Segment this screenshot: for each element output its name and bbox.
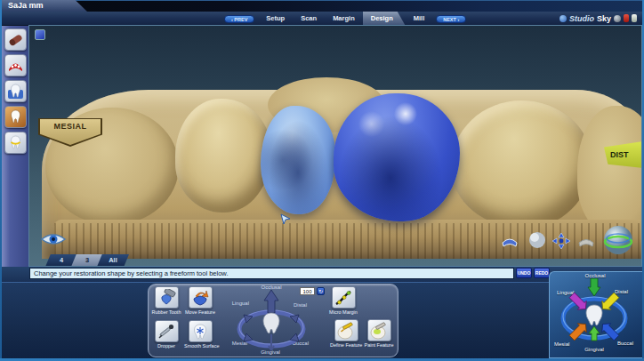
sphere-tool-icon[interactable] — [527, 230, 547, 250]
redo-button[interactable]: REDO — [534, 268, 550, 278]
micro-margin-tool[interactable]: Micro Margin — [327, 286, 359, 315]
tab-scan[interactable]: Scan — [293, 12, 325, 26]
title-bar — [0, 0, 644, 12]
scan-segment-icon — [7, 31, 24, 48]
tab-mill[interactable]: Mill — [406, 12, 433, 26]
tab-margin[interactable]: Margin — [325, 12, 363, 26]
brand-logo: Studio Sky — [559, 12, 637, 25]
tooth-margin-icon — [7, 134, 24, 151]
crown-dark-anatomy — [334, 93, 460, 221]
left-toolbar — [2, 26, 28, 267]
define-feature-tool[interactable]: Define Feature — [330, 319, 362, 348]
compass-center-tooth-icon — [586, 305, 602, 325]
tooth-number-tabs: 4 3 All — [45, 254, 123, 267]
brand-studio-text: Studio — [569, 14, 594, 23]
strength-spinner-icon[interactable]: ↻ — [317, 287, 325, 295]
tooth-margin-tool[interactable] — [4, 132, 27, 154]
move-arrows-icon[interactable] — [551, 232, 572, 250]
tooth-orange-icon — [7, 108, 24, 125]
cursor-pointer-icon — [279, 213, 292, 225]
denture-arch-tool[interactable] — [4, 54, 27, 76]
disc-icon[interactable] — [614, 15, 621, 22]
window-frame-left — [0, 0, 2, 361]
crown-dark-blue[interactable] — [334, 93, 460, 221]
direction-control[interactable] — [231, 290, 311, 354]
crown-light-blue[interactable] — [261, 106, 335, 214]
lower-right-arrow[interactable] — [290, 333, 299, 341]
tooth-ghost-icon[interactable] — [576, 234, 597, 250]
rubber-tooth-icon — [155, 286, 179, 309]
lower-left-arrow[interactable] — [244, 333, 253, 341]
move-feature-tool[interactable]: Move Feature — [184, 286, 216, 315]
status-message: Change your restoration shape by selecti… — [29, 268, 514, 279]
tooth-view-icon[interactable] — [499, 232, 520, 250]
dental-cad-window: SaJa mm ‹ PREV Setup Scan Margin Design … — [0, 0, 644, 361]
model-molar-tooth — [451, 100, 592, 229]
strength-input[interactable]: 100 — [300, 287, 315, 295]
dropper-icon — [155, 320, 179, 342]
tab-setup[interactable]: Setup — [258, 12, 293, 26]
person-light-icon[interactable] — [632, 14, 637, 22]
model-premolar-tooth — [175, 99, 271, 213]
paint-feature-icon — [367, 319, 391, 341]
orientation-compass[interactable] — [553, 278, 637, 349]
orientation-orb-icon[interactable] — [600, 223, 636, 257]
tooth-blue-icon — [7, 83, 24, 100]
tab-design[interactable]: Design — [363, 12, 406, 26]
rubber-tooth-tool[interactable]: Rubber Tooth — [150, 286, 182, 315]
person-red-icon[interactable] — [624, 14, 629, 22]
case-title: SaJa mm — [2, 0, 87, 12]
smooth-surface-tool[interactable]: Smooth Surface — [184, 320, 216, 349]
workflow-tabs: ‹ PREV Setup Scan Margin Design Mill NEX… — [221, 12, 470, 26]
brand-sky-text: Sky — [597, 14, 611, 23]
tooth-tab-all[interactable]: All — [97, 254, 129, 267]
visibility-eye-icon[interactable] — [40, 230, 67, 248]
micro-margin-icon — [332, 286, 356, 309]
define-feature-icon — [334, 319, 358, 341]
globe-icon — [559, 15, 567, 22]
compass-occlusal-arrow[interactable] — [588, 278, 600, 296]
dropper-tool[interactable]: Dropper — [150, 320, 182, 349]
crown-light-anatomy — [261, 106, 335, 214]
view-settings-icon[interactable] — [35, 29, 45, 40]
occlusal-arrow[interactable] — [264, 290, 278, 313]
model-viewport[interactable]: MESIAL DIST 4 3 All — [28, 25, 642, 267]
paint-feature-tool[interactable]: Paint Feature — [363, 319, 395, 348]
prev-button[interactable]: ‹ PREV — [224, 15, 254, 23]
smooth-surface-icon — [189, 320, 213, 342]
gingival-arrow[interactable] — [269, 334, 274, 350]
next-button[interactable]: NEXT › — [436, 15, 466, 23]
denture-arch-icon — [7, 57, 24, 74]
tooth-model-blue-tool[interactable] — [4, 80, 27, 102]
undo-button[interactable]: UNDO — [516, 268, 532, 278]
scan-segment-tool[interactable] — [4, 28, 27, 51]
move-feature-icon — [189, 286, 213, 309]
center-tooth-icon — [263, 313, 279, 333]
tooth-model-orange-tool[interactable] — [4, 106, 27, 128]
